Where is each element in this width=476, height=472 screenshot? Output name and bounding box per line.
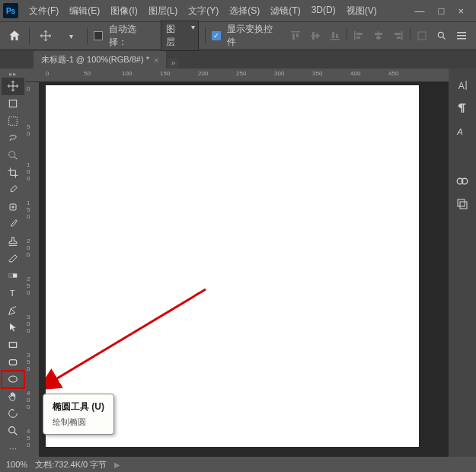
options-bar: ▾ 自动选择： 图层 ✓ 显示变换控件 bbox=[0, 21, 476, 50]
menu-filter[interactable]: 滤镜(T) bbox=[266, 2, 305, 21]
svg-rect-30 bbox=[9, 343, 16, 348]
eraser-tool[interactable] bbox=[2, 250, 24, 267]
svg-rect-10 bbox=[356, 33, 363, 35]
menu-view[interactable]: 视图(V) bbox=[342, 2, 382, 21]
tooltip-title: 椭圆工具 (U) bbox=[53, 400, 104, 413]
status-menu-icon[interactable]: ▶ bbox=[114, 461, 120, 469]
pen-tool[interactable] bbox=[2, 301, 24, 319]
close-button[interactable]: × bbox=[458, 5, 464, 17]
svg-text:T: T bbox=[10, 289, 15, 298]
panel-menu-icon[interactable] bbox=[453, 27, 470, 44]
move-tool[interactable] bbox=[2, 78, 24, 95]
alignment-group bbox=[287, 27, 470, 44]
svg-rect-31 bbox=[9, 359, 16, 365]
rounded-rect-tool[interactable] bbox=[2, 353, 24, 371]
doc-info[interactable]: 文档:732.4K/0 字节 bbox=[35, 459, 107, 470]
document-tab[interactable]: 未标题-1 @ 100%(RGB/8#) * × bbox=[34, 51, 166, 69]
cc-libraries-icon[interactable] bbox=[452, 172, 472, 190]
svg-rect-39 bbox=[458, 199, 465, 206]
character-panel-icon[interactable]: A bbox=[452, 76, 472, 94]
svg-rect-5 bbox=[316, 33, 318, 38]
healing-tool[interactable] bbox=[2, 198, 24, 215]
paragraph-panel-icon[interactable] bbox=[452, 99, 472, 117]
align-left-icon[interactable] bbox=[350, 27, 367, 44]
brush-tool[interactable] bbox=[2, 215, 24, 233]
artboard-tool[interactable] bbox=[2, 95, 24, 113]
tool-preset-dropdown[interactable]: ▾ bbox=[62, 26, 81, 46]
window-controls: — □ × bbox=[415, 5, 473, 17]
quick-select-tool[interactable] bbox=[2, 147, 24, 164]
eyedropper-tool[interactable] bbox=[2, 181, 24, 199]
menu-image[interactable]: 图像(I) bbox=[106, 2, 142, 21]
svg-point-32 bbox=[9, 376, 18, 382]
minimize-button[interactable]: — bbox=[415, 5, 425, 17]
auto-select-checkbox[interactable] bbox=[94, 31, 103, 40]
svg-rect-18 bbox=[418, 32, 426, 40]
lasso-tool[interactable] bbox=[2, 129, 24, 147]
gradient-tool[interactable] bbox=[2, 267, 24, 285]
svg-rect-14 bbox=[376, 37, 381, 39]
svg-rect-7 bbox=[332, 32, 334, 38]
hand-tool[interactable] bbox=[2, 388, 24, 406]
svg-rect-8 bbox=[336, 34, 338, 38]
stamp-tool[interactable] bbox=[2, 233, 24, 250]
divider bbox=[205, 27, 206, 44]
menu-edit[interactable]: 编辑(E) bbox=[65, 2, 104, 21]
svg-point-19 bbox=[438, 32, 443, 37]
menu-layer[interactable]: 图层(L) bbox=[144, 2, 183, 21]
zoom-level[interactable]: 100% bbox=[6, 460, 27, 469]
layers-panel-icon[interactable] bbox=[452, 195, 472, 213]
svg-rect-21 bbox=[457, 35, 466, 37]
zoom-tool[interactable] bbox=[2, 423, 24, 440]
svg-rect-0 bbox=[291, 31, 300, 33]
path-select-tool[interactable] bbox=[2, 319, 24, 336]
align-vcenter-icon[interactable] bbox=[307, 27, 324, 44]
move-tool-icon[interactable] bbox=[36, 26, 56, 46]
search-icon[interactable] bbox=[433, 27, 450, 44]
svg-rect-4 bbox=[312, 32, 315, 40]
tool-tooltip: 椭圆工具 (U) 绘制椭圆 bbox=[43, 394, 114, 435]
show-transform-checkbox[interactable]: ✓ bbox=[212, 31, 221, 40]
align-hcenter-icon[interactable] bbox=[370, 27, 387, 44]
svg-rect-13 bbox=[375, 33, 382, 35]
marquee-tool[interactable] bbox=[2, 112, 24, 129]
tab-overflow-button[interactable]: » bbox=[168, 58, 178, 69]
menu-type[interactable]: 文字(Y) bbox=[184, 2, 223, 21]
app-logo: Ps bbox=[3, 3, 18, 18]
edit-toolbar-icon[interactable]: ··· bbox=[2, 439, 24, 457]
divider bbox=[347, 27, 347, 40]
crop-tool[interactable] bbox=[2, 164, 24, 181]
svg-text:A: A bbox=[456, 127, 463, 136]
rotate-view-tool[interactable] bbox=[2, 405, 24, 423]
ellipse-tool[interactable] bbox=[2, 371, 24, 388]
menu-select[interactable]: 选择(S) bbox=[225, 2, 264, 21]
rectangle-tool[interactable] bbox=[2, 336, 24, 354]
maximize-button[interactable]: □ bbox=[439, 5, 445, 17]
tooltip-description: 绘制椭圆 bbox=[53, 416, 104, 428]
svg-rect-2 bbox=[296, 33, 299, 37]
divider bbox=[87, 27, 88, 44]
distribute-icon[interactable] bbox=[414, 27, 430, 44]
svg-rect-24 bbox=[9, 116, 18, 125]
menu-3d[interactable]: 3D(D) bbox=[307, 2, 340, 21]
type-tool[interactable]: T bbox=[2, 285, 24, 302]
toolbar-collapse-icon[interactable]: ▸▸ bbox=[9, 70, 17, 78]
menu-bar: 文件(F) 编辑(E) 图像(I) 图层(L) 文字(Y) 选择(S) 滤镜(T… bbox=[24, 2, 382, 21]
ruler-horizontal[interactable]: 050100150200250300350400450 bbox=[26, 69, 449, 82]
tab-close-icon[interactable]: × bbox=[154, 56, 158, 65]
align-top-icon[interactable] bbox=[287, 27, 304, 44]
canvas[interactable] bbox=[46, 85, 419, 447]
align-right-icon[interactable] bbox=[390, 27, 407, 44]
svg-rect-35 bbox=[466, 81, 467, 90]
tools-panel: ▸▸ T ··· bbox=[0, 69, 26, 457]
auto-select-target[interactable]: 图层 bbox=[161, 21, 199, 51]
svg-rect-16 bbox=[395, 33, 401, 35]
svg-rect-22 bbox=[457, 38, 466, 40]
ruler-vertical[interactable]: 050100150200250300350400450 bbox=[26, 82, 40, 457]
align-bottom-icon[interactable] bbox=[327, 27, 343, 44]
home-button[interactable] bbox=[6, 27, 23, 44]
svg-rect-1 bbox=[292, 33, 295, 40]
svg-rect-40 bbox=[460, 202, 467, 209]
menu-file[interactable]: 文件(F) bbox=[24, 2, 63, 21]
glyphs-panel-icon[interactable]: A bbox=[452, 122, 472, 140]
